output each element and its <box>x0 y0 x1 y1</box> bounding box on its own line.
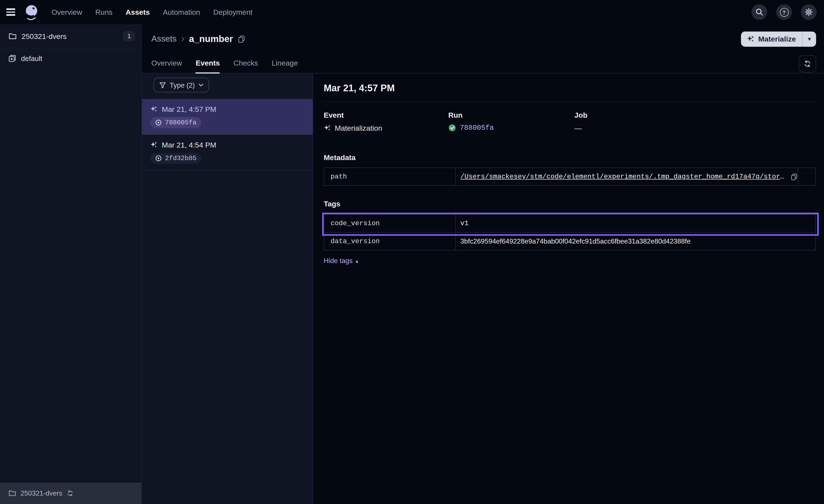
materialization-sparkle-icon <box>324 124 331 132</box>
event-rows: Mar 21, 4:57 PM 788005fa <box>142 99 313 171</box>
caret-down-icon: ▾ <box>808 35 811 42</box>
job-column-label: Job <box>575 111 816 119</box>
event-list-item[interactable]: Mar 21, 4:57 PM 788005fa <box>142 99 313 135</box>
tag-key: data_version <box>324 233 456 250</box>
tab-lineage-label: Lineage <box>272 59 298 67</box>
hide-tags-link[interactable]: Hide tags ▴ <box>324 257 358 265</box>
materialize-sparkle-icon <box>747 35 754 43</box>
refresh-button[interactable] <box>799 55 816 73</box>
help-icon: ? <box>780 8 789 16</box>
refresh-icon <box>803 60 811 68</box>
tag-value: v1 <box>460 220 469 227</box>
dagster-logo-icon <box>23 4 40 20</box>
chevron-down-icon <box>199 84 203 87</box>
metadata-table: path /Users/smackesey/stm/code/elementl/… <box>324 167 816 186</box>
app-window: Overview Runs Assets Automation Deployme… <box>0 0 824 504</box>
tab-checks[interactable]: Checks <box>233 54 258 74</box>
folder-icon <box>8 32 17 40</box>
nav-item-deployment[interactable]: Deployment <box>213 8 252 16</box>
filter-label: Type (2) <box>170 81 195 89</box>
run-success-icon <box>448 124 456 132</box>
tags-heading: Tags <box>324 200 816 208</box>
copy-asset-name-button[interactable] <box>238 35 245 43</box>
tab-overview-label: Overview <box>151 59 182 67</box>
metadata-actions-cell <box>798 168 810 185</box>
hamburger-menu-icon[interactable] <box>6 6 18 18</box>
sidebar-footer: 250321-dvers <box>0 483 141 504</box>
event-timestamp: Mar 21, 4:57 PM <box>162 105 216 113</box>
page-title-asset-name: a_number <box>189 33 233 44</box>
sidebar-item-default-group[interactable]: default <box>0 48 141 68</box>
asset-group-icon <box>8 54 16 62</box>
tab-lineage[interactable]: Lineage <box>272 54 298 74</box>
materialize-button[interactable]: Materialize <box>741 31 802 46</box>
materialize-label: Materialize <box>758 35 796 43</box>
gear-icon <box>805 8 813 16</box>
reload-icon[interactable] <box>67 490 73 497</box>
job-value: — <box>575 124 582 132</box>
folder-icon <box>8 489 16 497</box>
metadata-key: path <box>324 168 456 185</box>
search-button[interactable] <box>751 4 767 20</box>
tags-table: code_version v1 data_version 3bfc269594e… <box>324 214 816 250</box>
metadata-heading: Metadata <box>324 153 816 162</box>
primary-nav: Overview Runs Assets Automation Deployme… <box>51 8 252 16</box>
nav-item-automation[interactable]: Automation <box>163 8 200 16</box>
run-id-pill[interactable]: 2fd32b85 <box>150 153 201 164</box>
run-column-label: Run <box>448 111 575 119</box>
materialize-dropdown-button[interactable]: ▾ <box>803 31 816 46</box>
materialization-sparkle-icon <box>150 141 158 149</box>
main-panel: Assets › a_number <box>142 24 824 504</box>
tab-events[interactable]: Events <box>196 54 220 74</box>
event-list-panel: Type (2) <box>142 74 313 504</box>
footer-repo-name: 250321-dvers <box>21 489 62 497</box>
tags-table-wrapper: code_version v1 data_version 3bfc269594e… <box>324 214 816 250</box>
divider <box>324 101 816 102</box>
tag-key: code_version <box>324 215 456 232</box>
nav-item-assets[interactable]: Assets <box>125 8 149 16</box>
asset-tabs: Overview Events Checks Lineage <box>142 54 824 74</box>
event-detail-panel: Mar 21, 4:57 PM Event <box>313 74 824 504</box>
event-detail-title: Mar 21, 4:57 PM <box>324 83 816 94</box>
sidebar-group-label: default <box>21 54 42 62</box>
tag-value: 3bfc269594ef649228e9a74bab00f042efc91d5a… <box>460 237 691 245</box>
sidebar-repo-row[interactable]: 250321-dvers 1 <box>0 24 141 48</box>
event-column-label: Event <box>324 111 448 119</box>
search-icon <box>755 8 763 16</box>
copy-icon <box>791 173 798 180</box>
breadcrumb-separator: › <box>181 33 184 44</box>
run-status-icon <box>155 155 162 162</box>
dagster-logo[interactable] <box>23 4 40 20</box>
hide-tags-label: Hide tags <box>324 257 352 265</box>
run-id-text: 2fd32b85 <box>165 155 197 162</box>
help-button[interactable]: ? <box>776 4 792 20</box>
metadata-path-link[interactable]: /Users/smackesey/stm/code/elementl/exper… <box>460 173 786 180</box>
nav-item-overview[interactable]: Overview <box>51 8 82 16</box>
nav-item-runs[interactable]: Runs <box>95 8 112 16</box>
materialize-split-button: Materialize ▾ <box>741 31 816 46</box>
page-header: Assets › a_number <box>142 24 824 54</box>
breadcrumb-assets-link[interactable]: Assets <box>151 34 177 44</box>
run-status-icon <box>155 119 162 126</box>
run-id-link[interactable]: 788005fa <box>460 124 494 132</box>
metadata-row-path: path /Users/smackesey/stm/code/elementl/… <box>324 168 815 185</box>
tab-events-label: Events <box>196 59 220 67</box>
tab-overview[interactable]: Overview <box>151 54 182 74</box>
run-id-text: 788005fa <box>165 119 197 126</box>
sidebar-repo-name: 250321-dvers <box>22 32 67 40</box>
settings-button[interactable] <box>801 4 817 20</box>
event-type-filter[interactable]: Type (2) <box>153 78 209 92</box>
materialization-sparkle-icon <box>150 106 158 113</box>
copy-icon <box>238 35 245 43</box>
event-list-item[interactable]: Mar 21, 4:54 PM 2fd32b85 <box>142 135 313 171</box>
tag-row-code-version: code_version v1 <box>324 215 815 232</box>
sidebar: 250321-dvers 1 default 250321-dvers <box>0 24 142 504</box>
event-type-value: Materialization <box>335 124 382 132</box>
event-summary-columns: Event Materialization <box>324 111 816 132</box>
filter-funnel-icon <box>159 82 166 89</box>
top-nav: Overview Runs Assets Automation Deployme… <box>0 0 824 24</box>
copy-path-button[interactable] <box>791 173 798 180</box>
run-id-pill[interactable]: 788005fa <box>150 117 201 128</box>
sidebar-repo-count-badge: 1 <box>123 31 135 41</box>
tag-row-data-version: data_version 3bfc269594ef649228e9a74bab0… <box>324 232 815 250</box>
